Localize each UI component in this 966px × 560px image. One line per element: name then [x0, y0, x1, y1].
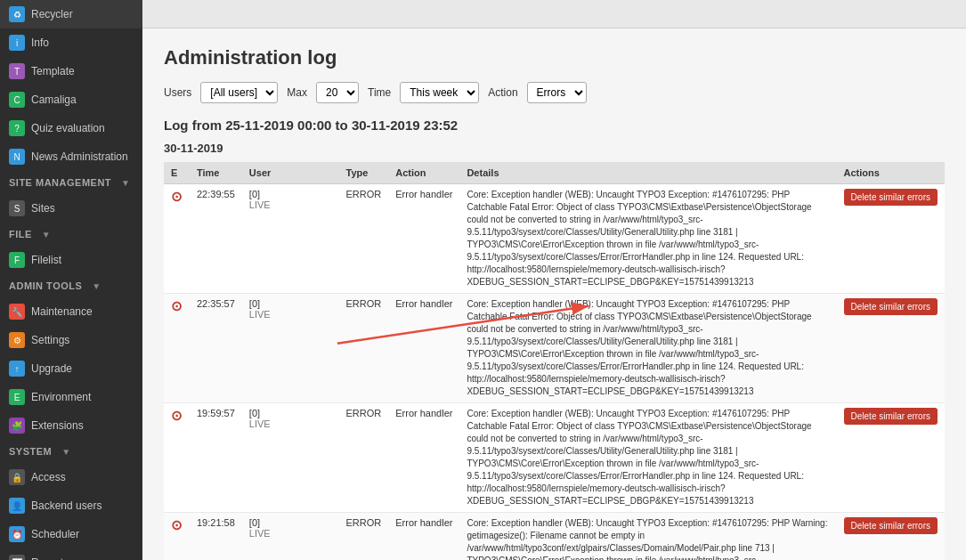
- sidebar-item-upgrade[interactable]: ↑ Upgrade: [0, 354, 142, 383]
- log-date: 30-11-2019: [164, 142, 945, 155]
- user-id: [0]: [249, 298, 260, 309]
- time-cell: 19:59:57: [190, 403, 242, 513]
- sidebar-item-camaliga[interactable]: C Camaliga: [0, 85, 142, 114]
- environment-icon: E: [9, 389, 25, 405]
- sidebar-item-quiz[interactable]: ? Quiz evaluation: [0, 114, 142, 142]
- top-bar: [142, 0, 966, 28]
- reports-icon: 📊: [9, 555, 25, 560]
- user-cell: [0]LIVE: [242, 184, 339, 294]
- table-row: ⊙19:59:57[0]LIVEERRORError handlerCore: …: [164, 403, 945, 513]
- users-filter-label: Users: [164, 86, 191, 99]
- sidebar-label-environment: Environment: [31, 391, 91, 403]
- details-cell: Core: Exception handler (WEB): Uncaught …: [459, 184, 836, 294]
- sidebar-item-settings[interactable]: ⚙ Settings: [0, 326, 142, 354]
- log-period: Log from 25-11-2019 00:00 to 30-11-2019 …: [164, 118, 945, 133]
- sidebar-label-reports: Reports: [31, 556, 69, 560]
- user-id: [0]: [249, 517, 260, 528]
- chevron-site-management: ▼: [121, 178, 130, 188]
- chevron-admin-tools: ▼: [92, 281, 101, 291]
- type-cell: ERROR: [338, 294, 388, 403]
- error-icon: ⊙: [171, 517, 183, 532]
- sidebar-label-info: Info: [31, 37, 49, 49]
- sidebar-label-backend-users: Backend users: [31, 499, 101, 512]
- backend-users-icon: 👤: [9, 498, 25, 514]
- delete-similar-button[interactable]: Delete similar errors: [844, 189, 938, 206]
- sidebar-item-scheduler[interactable]: ⏰ Scheduler: [0, 520, 142, 548]
- time-cell: 19:21:58: [190, 513, 242, 561]
- sidebar-item-sites[interactable]: S Sites: [0, 194, 142, 223]
- user-env: LIVE: [249, 528, 271, 539]
- action-cell: Error handler: [388, 403, 459, 513]
- max-filter-label: Max: [287, 86, 307, 99]
- main-content: Administration log Users [All users] Max…: [142, 0, 966, 560]
- max-filter-select[interactable]: 20: [316, 82, 359, 103]
- sidebar-item-filelist[interactable]: F Filelist: [0, 246, 142, 274]
- sidebar-item-info[interactable]: i Info: [0, 28, 142, 57]
- sidebar-label-news: News Administration: [31, 150, 128, 163]
- col-header-e: E: [164, 162, 190, 184]
- user-cell: [0]LIVE: [242, 294, 339, 403]
- type-cell: ERROR: [338, 513, 388, 561]
- sidebar-item-access[interactable]: 🔒 Access: [0, 463, 142, 491]
- action-filter-select[interactable]: Errors: [527, 82, 587, 103]
- log-table: E Time User Type Action Details Actions …: [164, 162, 945, 560]
- sidebar-item-recycler[interactable]: ♻ Recycler: [0, 0, 142, 28]
- col-header-time: Time: [190, 162, 242, 184]
- chevron-file: ▼: [42, 230, 51, 239]
- section-site-management[interactable]: SITE MANAGEMENT ▼: [0, 171, 142, 194]
- section-site-management-label: SITE MANAGEMENT: [9, 177, 111, 188]
- sidebar-label-sites: Sites: [31, 202, 55, 215]
- col-header-action: Action: [388, 162, 459, 184]
- details-cell: Core: Exception handler (WEB): Uncaught …: [459, 403, 836, 513]
- sidebar-label-scheduler: Scheduler: [31, 528, 79, 540]
- quiz-icon: ?: [9, 120, 25, 136]
- sidebar-item-news[interactable]: N News Administration: [0, 142, 142, 171]
- news-icon: N: [9, 149, 25, 165]
- sidebar-item-environment[interactable]: E Environment: [0, 383, 142, 411]
- page-title: Administration log: [164, 46, 945, 69]
- sidebar-label-quiz: Quiz evaluation: [31, 122, 105, 134]
- sidebar-item-extensions[interactable]: 🧩 Extensions: [0, 411, 142, 440]
- sidebar-item-template[interactable]: T Template: [0, 57, 142, 85]
- time-cell: 22:39:55: [190, 184, 242, 294]
- section-admin-tools[interactable]: ADMIN TOOLS ▼: [0, 274, 142, 297]
- error-indicator: ⊙: [164, 513, 190, 561]
- col-header-user: User: [242, 162, 339, 184]
- delete-similar-button[interactable]: Delete similar errors: [844, 408, 938, 425]
- section-file-label: FILE: [9, 229, 32, 239]
- sidebar-label-access: Access: [31, 471, 66, 483]
- user-id: [0]: [249, 408, 260, 418]
- filelist-icon: F: [9, 252, 25, 268]
- delete-similar-button[interactable]: Delete similar errors: [844, 298, 938, 315]
- delete-similar-button[interactable]: Delete similar errors: [844, 517, 938, 534]
- section-file[interactable]: FILE ▼: [0, 223, 142, 246]
- action-filter-label: Action: [488, 86, 517, 99]
- sites-icon: S: [9, 200, 25, 216]
- sidebar-item-maintenance[interactable]: 🔧 Maintenance: [0, 297, 142, 326]
- filter-bar: Users [All users] Max 20 Time This week …: [164, 82, 945, 103]
- user-id: [0]: [249, 189, 260, 199]
- users-filter-select[interactable]: [All users]: [200, 82, 278, 103]
- section-system-label: SYSTEM: [9, 446, 52, 457]
- sidebar-label-maintenance: Maintenance: [31, 305, 93, 318]
- actions-cell: Delete similar errors: [837, 513, 945, 561]
- sidebar-label-recycler: Recycler: [31, 8, 73, 20]
- sidebar-label-extensions: Extensions: [31, 419, 84, 432]
- section-system[interactable]: SYSTEM ▼: [0, 440, 142, 463]
- sidebar-item-backend-users[interactable]: 👤 Backend users: [0, 491, 142, 520]
- table-row: ⊙22:39:55[0]LIVEERRORError handlerCore: …: [164, 184, 945, 294]
- sidebar-item-reports[interactable]: 📊 Reports: [0, 548, 142, 560]
- error-indicator: ⊙: [164, 403, 190, 513]
- error-icon: ⊙: [171, 408, 183, 423]
- info-icon: i: [9, 35, 25, 51]
- error-icon: ⊙: [171, 189, 183, 204]
- time-filter-label: Time: [368, 86, 391, 99]
- actions-cell: Delete similar errors: [837, 403, 945, 513]
- extensions-icon: 🧩: [9, 418, 25, 434]
- camaliga-icon: C: [9, 92, 25, 108]
- upgrade-icon: ↑: [9, 361, 25, 377]
- action-cell: Error handler: [388, 513, 459, 561]
- details-cell: Core: Exception handler (WEB): Uncaught …: [459, 294, 836, 403]
- time-filter-select[interactable]: This week: [400, 82, 479, 103]
- maintenance-icon: 🔧: [9, 304, 25, 320]
